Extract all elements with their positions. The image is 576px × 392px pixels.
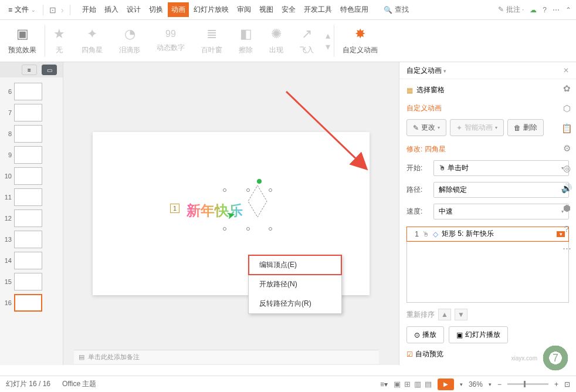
auto-preview-check[interactable]: ☑ 自动预览 [406,349,569,359]
sorter-view-icon[interactable]: ⊞ [404,380,411,388]
thumb-row[interactable]: 7 [0,102,63,123]
tab-insert[interactable]: 插入 [101,2,122,17]
tool-hex[interactable]: ⬢ [560,202,573,215]
thumb-row[interactable]: 10 [0,165,63,187]
select-speed[interactable]: 中速▾ [433,204,569,219]
tool-clipboard[interactable]: 📋 [560,122,573,135]
home-icon[interactable]: ⊡ [47,5,59,15]
thumbnail[interactable] [14,125,42,143]
btn-delete[interactable]: 🗑删除 [507,119,544,136]
outline-view-btn[interactable]: ≡ [22,65,37,75]
sldavid-play-button[interactable]: ▶ [438,379,454,390]
preview-group[interactable]: ▣ 预览效果 [0,20,45,62]
thumb-row[interactable]: 16 [0,292,63,313]
reading-view-icon[interactable]: ▥ [414,380,421,388]
comment-button[interactable]: ✎ 批注 · [498,5,524,15]
move-down[interactable]: ▼ [455,309,467,320]
btn-slideshow-play[interactable]: ▣幻灯片播放 [449,326,508,343]
thumb-row[interactable]: 13 [0,229,63,250]
tab-security[interactable]: 安全 [278,2,299,17]
zoom-value[interactable]: 36% [469,380,483,388]
play-dropdown[interactable]: ▾ [460,381,463,387]
zoom-out[interactable]: − [497,380,502,388]
thumb-row[interactable]: 6 [0,81,63,102]
motion-path[interactable] [246,184,269,219]
effect-blinds[interactable]: ≣百叶窗 [193,20,231,62]
tab-special[interactable]: 特色应用 [337,2,372,17]
thumbnail[interactable] [14,294,42,312]
tool-settings[interactable]: ⚙ [560,142,573,155]
thumbnail[interactable] [14,104,42,121]
effect-wipe[interactable]: ◧擦除 [231,20,261,62]
custom-animation[interactable]: ✸ 自定义动画 [334,20,386,62]
fit-icon[interactable]: ⊡ [564,380,570,388]
tab-animation[interactable]: 动画 [168,2,189,17]
notes-view-icon[interactable]: ▤ [425,380,432,388]
ctx-edit-points[interactable]: 编辑顶点(E) [249,255,341,275]
tool-more[interactable]: ⋯ [560,242,573,255]
effect-flyin[interactable]: ↗飞入 [292,20,322,62]
effect-appear[interactable]: ✺出现 [261,20,292,62]
sel-handle[interactable] [269,227,272,231]
tab-view[interactable]: 视图 [256,2,277,17]
path-start-handle[interactable] [257,179,262,184]
tab-design[interactable]: 设计 [123,2,144,17]
notes-bar[interactable]: ▤ 单击此处添加备注 [74,350,379,364]
thumb-view-btn[interactable]: ▭ [42,65,57,75]
thumbnail[interactable] [14,146,42,164]
tool-help[interactable]: ? [560,222,573,235]
thumb-row[interactable]: 8 [0,123,63,144]
more-icon[interactable]: ⋯ [553,6,560,14]
tool-star[interactable]: ✿ [560,82,573,95]
tool-shape[interactable]: ⬡ [560,102,573,115]
sel-handle[interactable] [223,227,226,231]
thumbnail[interactable] [14,167,42,185]
thumb-row[interactable]: 11 [0,187,63,208]
tab-review[interactable]: 审阅 [233,2,255,17]
thumb-row[interactable]: 12 [0,208,63,229]
tab-slideshow[interactable]: 幻灯片放映 [190,2,232,17]
sel-handle[interactable] [223,188,226,192]
ctx-reverse-path[interactable]: 反转路径方向(R) [249,294,341,313]
thumb-row[interactable]: 14 [0,250,63,271]
thumbnail[interactable] [14,209,42,227]
btn-play[interactable]: ⊙播放 [406,326,444,343]
search-box[interactable]: 🔍 查找 [384,5,409,15]
thumbnail[interactable] [14,231,42,248]
forward-icon[interactable]: › [59,5,66,15]
select-path[interactable]: 解除锁定▾ [433,182,569,198]
tab-start[interactable]: 开始 [79,2,100,17]
tab-transition[interactable]: 切换 [145,2,167,17]
effect-4star[interactable]: ✦四角星 [73,20,111,62]
thumbnail[interactable] [14,252,42,269]
move-up[interactable]: ▲ [438,309,451,320]
normal-view-icon[interactable]: ▣ [394,380,401,388]
zoom-slider[interactable] [507,383,548,385]
btn-smart[interactable]: ✦智能动画▾ [450,119,504,136]
animation-marker[interactable]: 1 [170,204,179,213]
zoom-in[interactable]: + [554,380,558,388]
tab-dev[interactable]: 开发工具 [300,2,336,17]
thumbnail[interactable] [14,273,42,290]
tool-link[interactable]: ◎ [560,162,573,175]
effect-number[interactable]: 99动态数字 [148,20,193,62]
thumb-row[interactable]: 15 [0,271,63,292]
btn-modify[interactable]: ✎更改▾ [406,119,446,136]
select-pane-link[interactable]: ▦ 选择窗格 [406,85,569,95]
animation-list[interactable]: 1 🖱 ◇ 矩形 5: 新年快乐 ▾ [406,227,569,303]
select-start[interactable]: 🖱 单击时▾ [433,160,569,176]
effect-teardrop[interactable]: ◔泪滴形 [111,20,148,62]
help-icon[interactable]: ? [543,6,547,14]
effect-none[interactable]: ★无 [45,20,73,62]
sel-handle[interactable] [269,188,272,192]
file-menu[interactable]: ≡ 文件 ⌄ [5,5,39,15]
anim-item[interactable]: 1 🖱 ◇ 矩形 5: 新年快乐 ▾ [407,227,568,241]
close-icon[interactable]: ✕ [563,66,569,75]
ctx-open-path[interactable]: 开放路径(N) [249,275,341,294]
sel-handle[interactable] [246,227,250,231]
thumbnail[interactable] [14,188,42,206]
collapse-icon[interactable]: ⌃ [565,6,571,14]
menu-icon[interactable]: ≡▾ [380,380,388,388]
tool-sound[interactable]: 🔊 [560,182,573,195]
canvas-area[interactable]: 1 新年快乐 ➤ 编辑顶点(E) 开放路径(N) 反转路径方向(R) [63,62,399,365]
